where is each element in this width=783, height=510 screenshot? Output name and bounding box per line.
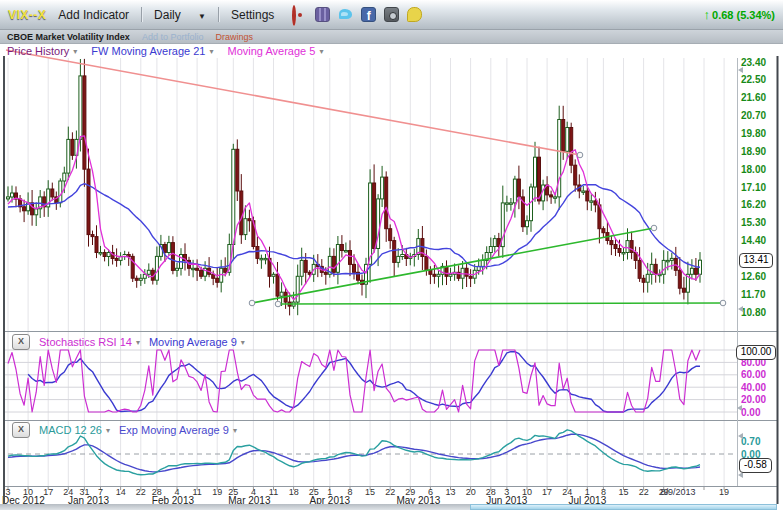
drawings-link[interactable]: Drawings bbox=[215, 32, 253, 42]
current-date-label: 8/9/2013 bbox=[660, 487, 695, 497]
svg-text:22: 22 bbox=[136, 487, 146, 497]
twitter-icon[interactable] bbox=[338, 7, 353, 22]
up-arrow-icon: ↑ bbox=[704, 7, 711, 22]
alarm-icon[interactable] bbox=[292, 7, 307, 22]
chevron-down-icon: ▾ bbox=[233, 426, 237, 435]
svg-text:17.10: 17.10 bbox=[741, 182, 766, 193]
chart-left-border bbox=[3, 56, 5, 505]
price-history-dropdown[interactable]: Price History ▾ bbox=[7, 45, 77, 57]
svg-text:19: 19 bbox=[212, 487, 222, 497]
svg-text:15: 15 bbox=[365, 487, 375, 497]
axis-labels: 23.4022.5021.6020.7019.8018.9018.0017.10… bbox=[2, 57, 772, 506]
svg-text:23.40: 23.40 bbox=[741, 57, 766, 68]
toolbar-separator bbox=[141, 7, 142, 22]
svg-text:19.80: 19.80 bbox=[741, 128, 766, 139]
svg-text:22: 22 bbox=[385, 487, 395, 497]
chevron-down-icon: ▾ bbox=[73, 47, 77, 56]
index-name-label: CBOE Market Volatility Index bbox=[7, 32, 130, 42]
close-icon[interactable]: X bbox=[12, 422, 30, 438]
stochastics-dropdown[interactable]: Stochastics RSI 14 ▾ bbox=[39, 336, 140, 348]
svg-text:0.70: 0.70 bbox=[741, 436, 761, 447]
svg-text:22.50: 22.50 bbox=[741, 74, 766, 85]
freestockcharts-window: VIX--X Add Indicator Daily ▼ Settings f … bbox=[0, 0, 783, 510]
timeframe-dropdown[interactable]: Daily ▼ bbox=[154, 8, 206, 22]
change-value: 0.68 (5.34%) bbox=[712, 9, 775, 21]
facebook-icon[interactable]: f bbox=[361, 7, 376, 22]
symbol-label[interactable]: VIX--X bbox=[8, 8, 46, 22]
stoch-ma-dropdown[interactable]: Moving Average 9 ▾ bbox=[149, 336, 245, 348]
macd-panel-header: X MACD 12 26 ▾ Exp Moving Average 9 ▾ bbox=[12, 422, 237, 438]
svg-text:20: 20 bbox=[466, 487, 476, 497]
horizontal-support-line bbox=[278, 303, 723, 304]
svg-text:10.80: 10.80 bbox=[741, 307, 766, 318]
svg-text:15: 15 bbox=[619, 487, 629, 497]
macd-dropdown[interactable]: MACD 12 26 ▾ bbox=[39, 424, 110, 436]
svg-text:12.60: 12.60 bbox=[741, 271, 766, 282]
svg-text:13: 13 bbox=[446, 487, 456, 497]
svg-text:15.30: 15.30 bbox=[741, 217, 766, 228]
svg-text:0.00: 0.00 bbox=[741, 407, 761, 418]
stochastics-panel-header: X Stochastics RSI 14 ▾ Moving Average 9 … bbox=[12, 334, 245, 350]
ma21-dropdown[interactable]: FW Moving Average 21 ▾ bbox=[91, 45, 213, 57]
chevron-down-icon: ▾ bbox=[210, 47, 214, 56]
svg-text:14.40: 14.40 bbox=[741, 235, 766, 246]
svg-text:22: 22 bbox=[639, 487, 649, 497]
toolbar-icons: f bbox=[292, 7, 422, 22]
toolbar-separator bbox=[218, 7, 219, 22]
chevron-down-icon: ▼ bbox=[198, 12, 206, 21]
close-icon[interactable]: X bbox=[12, 334, 30, 350]
svg-text:60.00: 60.00 bbox=[741, 369, 766, 380]
time-scrollbar-thumb[interactable] bbox=[470, 504, 777, 510]
chevron-down-icon: ▾ bbox=[136, 338, 140, 347]
svg-text:40.00: 40.00 bbox=[741, 382, 766, 393]
toolbar: VIX--X Add Indicator Daily ▼ Settings f … bbox=[0, 0, 783, 30]
current-macd-badge: -0.58 bbox=[739, 458, 772, 473]
candles bbox=[7, 59, 702, 315]
svg-text:17: 17 bbox=[542, 487, 552, 497]
camera-icon[interactable] bbox=[384, 7, 399, 22]
current-price-badge: 13.41 bbox=[739, 253, 773, 268]
svg-text:21.60: 21.60 bbox=[741, 92, 766, 103]
indicator-legend: Price History ▾ FW Moving Average 21 ▾ M… bbox=[0, 44, 323, 58]
svg-text:20.70: 20.70 bbox=[741, 110, 766, 121]
chevron-down-icon: ▾ bbox=[106, 426, 110, 435]
chevron-down-icon: ▾ bbox=[241, 338, 245, 347]
subheader: CBOE Market Volatility Index Add to Port… bbox=[0, 30, 783, 44]
resistance-trendline bbox=[6, 50, 580, 155]
svg-text:18: 18 bbox=[289, 487, 299, 497]
svg-text:14: 14 bbox=[116, 487, 126, 497]
add-to-portfolio-link[interactable]: Add to Portfolio bbox=[142, 32, 204, 42]
current-stochastics-badge: 100.00 bbox=[736, 345, 776, 360]
books-icon[interactable] bbox=[315, 7, 330, 22]
stochastics-plot bbox=[8, 350, 700, 412]
price-change: ↑ 0.68 (5.34%) bbox=[704, 7, 775, 22]
svg-text:11.70: 11.70 bbox=[741, 289, 766, 300]
svg-text:19: 19 bbox=[719, 487, 729, 497]
settings-button[interactable]: Settings bbox=[231, 8, 274, 22]
stocktwits-icon[interactable] bbox=[407, 7, 422, 22]
svg-text:18.00: 18.00 bbox=[741, 164, 766, 175]
svg-text:20.00: 20.00 bbox=[741, 394, 766, 405]
chart-canvas[interactable]: 23.4022.5021.6020.7019.8018.9018.0017.10… bbox=[0, 44, 783, 510]
svg-text:16.20: 16.20 bbox=[741, 199, 766, 210]
add-indicator-button[interactable]: Add Indicator bbox=[58, 8, 129, 22]
chevron-down-icon: ▾ bbox=[319, 47, 323, 56]
svg-text:18.90: 18.90 bbox=[741, 146, 766, 157]
pane-scroll-arrow-icon bbox=[738, 67, 743, 73]
macd-signal-dropdown[interactable]: Exp Moving Average 9 ▾ bbox=[119, 424, 237, 436]
ma5-dropdown[interactable]: Moving Average 5 ▾ bbox=[228, 45, 324, 57]
